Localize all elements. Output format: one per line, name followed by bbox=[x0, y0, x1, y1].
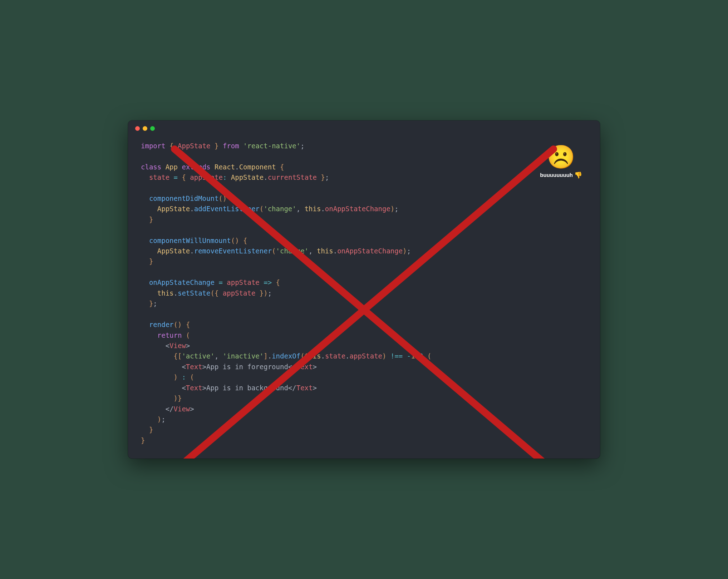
code-token bbox=[239, 142, 243, 150]
code-token: ( bbox=[211, 289, 215, 297]
code-token: Text bbox=[186, 384, 202, 392]
code-token bbox=[141, 415, 157, 423]
code-token: , bbox=[215, 352, 223, 360]
code-token: React bbox=[215, 163, 235, 171]
code-token: ) bbox=[235, 237, 239, 244]
code-token: onAppStateChange bbox=[337, 247, 403, 255]
code-token bbox=[260, 278, 264, 286]
thumbs-down-icon: 👎 bbox=[574, 171, 582, 179]
code-token: ) bbox=[390, 205, 394, 213]
code-token: state bbox=[149, 173, 169, 181]
code-token: ( bbox=[190, 373, 194, 381]
code-token bbox=[182, 331, 186, 339]
code-token: ) bbox=[174, 394, 178, 402]
code-token: indexOf bbox=[272, 352, 300, 360]
code-token: . bbox=[268, 352, 272, 360]
code-token bbox=[141, 394, 174, 402]
code-token bbox=[211, 163, 215, 171]
code-token bbox=[276, 163, 280, 171]
code-token bbox=[141, 373, 174, 381]
code-token: ( bbox=[272, 247, 276, 255]
code-token bbox=[227, 173, 231, 181]
code-token: removeEventListener bbox=[194, 247, 272, 255]
code-token bbox=[178, 173, 182, 181]
code-token bbox=[141, 300, 149, 307]
code-token: { bbox=[174, 352, 178, 360]
code-token bbox=[141, 216, 149, 223]
code-token: this bbox=[305, 205, 321, 213]
code-token: [ bbox=[178, 352, 182, 360]
code-token bbox=[141, 257, 149, 265]
code-token bbox=[141, 405, 166, 413]
code-token: } bbox=[149, 426, 153, 434]
code-token: </ bbox=[288, 384, 296, 392]
code-token: import bbox=[141, 142, 166, 150]
code-token: 1 bbox=[411, 352, 415, 360]
code-token: > bbox=[190, 405, 194, 413]
code-token: AppState bbox=[157, 247, 190, 255]
code-token bbox=[178, 163, 182, 171]
code-token bbox=[211, 142, 215, 150]
code-token: componentWillUnmount bbox=[149, 237, 231, 244]
code-token: </ bbox=[288, 363, 296, 371]
code-token: Text bbox=[296, 384, 313, 392]
code-token: extends bbox=[182, 163, 210, 171]
code-token: appState bbox=[223, 289, 256, 297]
code-token: currentState bbox=[268, 173, 317, 181]
code-token bbox=[174, 142, 178, 150]
code-token: } bbox=[178, 394, 182, 402]
code-token bbox=[227, 194, 231, 202]
code-token: appState bbox=[350, 352, 383, 360]
maximize-icon[interactable] bbox=[150, 126, 155, 131]
code-token bbox=[182, 321, 186, 328]
code-token: = bbox=[218, 278, 222, 286]
code-token: App bbox=[166, 163, 178, 171]
code-token: ( bbox=[260, 205, 264, 213]
code-token: Text bbox=[186, 363, 202, 371]
code-token bbox=[317, 173, 321, 181]
code-token: 'active' bbox=[182, 352, 215, 360]
code-token: . bbox=[190, 247, 194, 255]
code-token bbox=[166, 142, 169, 150]
code-token bbox=[161, 163, 165, 171]
code-token: : bbox=[223, 173, 227, 181]
code-token: onAppStateChange bbox=[149, 278, 215, 286]
code-token: { bbox=[276, 278, 280, 286]
code-token: ; bbox=[161, 415, 165, 423]
code-token: => bbox=[264, 278, 272, 286]
minimize-icon[interactable] bbox=[143, 126, 147, 131]
code-token bbox=[218, 289, 222, 297]
code-token: ( bbox=[218, 194, 222, 202]
code-token bbox=[255, 289, 259, 297]
code-token: { bbox=[182, 173, 186, 181]
code-token: this bbox=[317, 247, 333, 255]
code-token: state bbox=[325, 352, 345, 360]
code-token: . bbox=[235, 163, 239, 171]
code-token: ( bbox=[231, 237, 235, 244]
code-token: onAppStateChange bbox=[325, 205, 390, 213]
code-token: ; bbox=[300, 142, 304, 150]
code-token: ; bbox=[394, 205, 398, 213]
code-token: ) bbox=[382, 352, 386, 360]
code-token bbox=[218, 142, 222, 150]
code-token bbox=[141, 278, 149, 286]
code-token: { bbox=[215, 289, 218, 297]
code-token: { bbox=[186, 321, 190, 328]
code-token bbox=[169, 173, 173, 181]
code-token: > bbox=[313, 384, 317, 392]
code-token: this bbox=[157, 289, 174, 297]
code-token: < bbox=[182, 363, 186, 371]
code-token: appState bbox=[190, 173, 223, 181]
code-token bbox=[141, 384, 182, 392]
frown-emoji-icon: ☹️ bbox=[547, 145, 575, 168]
code-token: ( bbox=[300, 352, 304, 360]
code-token: } bbox=[260, 289, 264, 297]
code-token: { bbox=[280, 163, 284, 171]
code-token: ( bbox=[174, 321, 178, 328]
code-token: !== bbox=[390, 352, 403, 360]
code-token: > bbox=[202, 363, 206, 371]
code-token: return bbox=[157, 331, 182, 339]
code-token: ) bbox=[178, 321, 182, 328]
code-token bbox=[141, 173, 149, 181]
close-icon[interactable] bbox=[135, 126, 140, 131]
